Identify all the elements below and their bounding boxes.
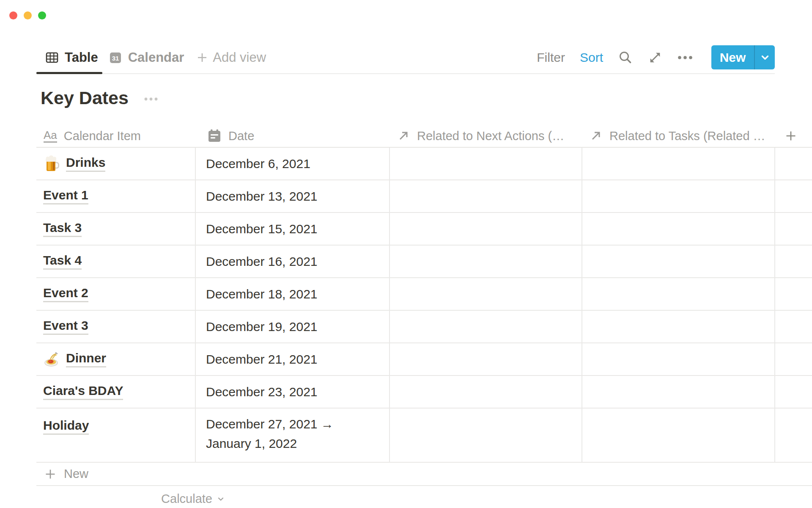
column-header-date[interactable]: Date xyxy=(196,125,390,147)
table-row: Event 1 December 13, 2021 xyxy=(36,180,812,213)
calculate-button[interactable]: Calculate xyxy=(161,492,212,506)
search-icon[interactable] xyxy=(618,50,633,65)
date-value: December 15, 2021 xyxy=(206,219,318,239)
relation-cell-tasks[interactable] xyxy=(582,180,775,212)
tab-table[interactable]: Table xyxy=(36,41,102,73)
table-row: Dinner December 21, 2021 xyxy=(36,343,812,376)
relation-cell-next-actions[interactable] xyxy=(390,180,582,212)
table-row: Holiday December 27, 2021 → January 1, 2… xyxy=(36,409,812,463)
date-cell[interactable]: December 19, 2021 xyxy=(196,311,390,342)
relation-cell-tasks[interactable] xyxy=(582,246,775,277)
more-options-icon[interactable] xyxy=(677,55,693,60)
date-cell[interactable]: December 16, 2021 xyxy=(196,246,390,277)
close-window-button[interactable] xyxy=(9,11,17,19)
calendar-view-icon: 31 xyxy=(108,50,123,65)
date-value: December 6, 2021 xyxy=(206,154,310,174)
add-view-label: Add view xyxy=(213,50,266,65)
page-link[interactable]: Event 1 xyxy=(43,188,88,204)
tab-calendar-label: Calendar xyxy=(128,50,184,65)
zoom-window-button[interactable] xyxy=(38,11,46,19)
title-cell[interactable]: Event 3 xyxy=(36,311,196,342)
row-filler xyxy=(775,278,812,310)
relation-cell-next-actions[interactable] xyxy=(390,409,582,462)
relation-cell-tasks[interactable] xyxy=(582,278,775,310)
row-filler xyxy=(775,148,812,179)
date-value: December 27, 2021 → xyxy=(206,414,334,434)
page-link[interactable]: Task 3 xyxy=(43,221,82,237)
date-property-icon xyxy=(207,128,222,144)
title-cell[interactable]: Ciara's BDAY xyxy=(36,376,196,408)
relation-cell-next-actions[interactable] xyxy=(390,148,582,179)
column-header-calendar-item[interactable]: Aa Calendar Item xyxy=(36,125,196,147)
page-title[interactable]: Key Dates xyxy=(41,87,129,109)
new-button[interactable]: New xyxy=(711,45,754,69)
relation-cell-next-actions[interactable] xyxy=(390,246,582,277)
filter-button[interactable]: Filter xyxy=(537,50,565,65)
tab-calendar[interactable]: 31 Calendar xyxy=(102,41,190,73)
calculate-footer: Calculate xyxy=(36,486,232,506)
relation-cell-next-actions[interactable] xyxy=(390,311,582,342)
add-view-button[interactable]: Add view xyxy=(190,41,272,73)
page-link[interactable]: Holiday xyxy=(43,418,89,435)
row-filler xyxy=(775,246,812,277)
title-cell[interactable]: Drinks xyxy=(36,148,196,179)
row-filler xyxy=(775,180,812,212)
row-filler xyxy=(775,213,812,245)
page-link[interactable]: Drinks xyxy=(66,155,105,172)
page-link[interactable]: Event 3 xyxy=(43,318,88,335)
view-tabs: Table 31 Calendar Add view xyxy=(36,41,272,73)
date-value: December 19, 2021 xyxy=(206,317,318,337)
minimize-window-button[interactable] xyxy=(24,11,32,19)
relation-cell-tasks[interactable] xyxy=(582,311,775,342)
date-cell[interactable]: December 27, 2021 → January 1, 2022 xyxy=(196,409,390,462)
relation-cell-tasks[interactable] xyxy=(582,376,775,408)
chevron-down-icon xyxy=(760,52,771,63)
relation-cell-tasks[interactable] xyxy=(582,409,775,462)
column-header-related-tasks[interactable]: Related to Tasks (Related … xyxy=(582,125,775,147)
table-row: Ciara's BDAY December 23, 2021 xyxy=(36,376,812,409)
date-cell[interactable]: December 13, 2021 xyxy=(196,180,390,212)
page-link[interactable]: Dinner xyxy=(66,351,106,367)
column-header-related-next-actions[interactable]: Related to Next Actions (… xyxy=(390,125,582,147)
expand-icon[interactable] xyxy=(648,50,662,65)
title-cell[interactable]: Task 3 xyxy=(36,213,196,245)
view-toolbar: Table 31 Calendar Add view xyxy=(36,41,775,74)
relation-cell-next-actions[interactable] xyxy=(390,213,582,245)
plus-icon xyxy=(44,468,57,480)
relation-cell-next-actions[interactable] xyxy=(390,376,582,408)
title-cell[interactable]: Task 4 xyxy=(36,246,196,277)
page-link[interactable]: Event 2 xyxy=(43,286,88,302)
date-cell[interactable]: December 23, 2021 xyxy=(196,376,390,408)
page-link[interactable]: Task 4 xyxy=(43,253,82,270)
date-cell[interactable]: December 18, 2021 xyxy=(196,278,390,310)
column-label: Related to Tasks (Related … xyxy=(609,129,765,143)
page-link[interactable]: Ciara's BDAY xyxy=(43,384,123,400)
date-cell[interactable]: December 6, 2021 xyxy=(196,148,390,179)
title-cell[interactable]: Holiday xyxy=(36,409,196,462)
title-cell[interactable]: Event 2 xyxy=(36,278,196,310)
date-cell[interactable]: December 21, 2021 xyxy=(196,343,390,375)
date-value: December 13, 2021 xyxy=(206,187,318,206)
page-options-icon[interactable] xyxy=(144,97,158,102)
new-row-label: New xyxy=(64,467,88,481)
date-value-end: January 1, 2022 xyxy=(206,434,334,453)
new-row-button[interactable]: New xyxy=(36,463,812,486)
title-cell[interactable]: Dinner xyxy=(36,343,196,375)
relation-cell-next-actions[interactable] xyxy=(390,343,582,375)
row-filler xyxy=(775,409,812,462)
row-filler xyxy=(775,376,812,408)
date-value: December 21, 2021 xyxy=(206,350,318,369)
new-dropdown-button[interactable] xyxy=(754,45,775,69)
relation-icon xyxy=(589,129,603,143)
sort-button[interactable]: Sort xyxy=(580,50,603,65)
date-value: December 23, 2021 xyxy=(206,382,318,402)
title-cell[interactable]: Event 1 xyxy=(36,180,196,212)
date-cell[interactable]: December 15, 2021 xyxy=(196,213,390,245)
add-column-button[interactable] xyxy=(775,125,812,147)
relation-cell-next-actions[interactable] xyxy=(390,278,582,310)
relation-cell-tasks[interactable] xyxy=(582,343,775,375)
relation-cell-tasks[interactable] xyxy=(582,213,775,245)
relation-cell-tasks[interactable] xyxy=(582,148,775,179)
notion-window: Table 31 Calendar Add view xyxy=(0,0,812,508)
toolbar-actions: Filter Sort xyxy=(537,45,775,69)
